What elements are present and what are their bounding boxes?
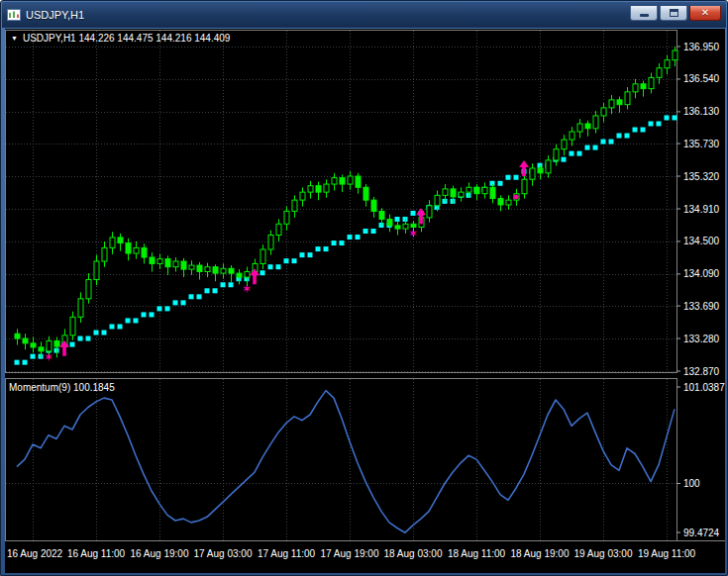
momentum-line: [17, 391, 675, 533]
signal-star-icon: ✶: [408, 227, 418, 240]
momentum-tick-label: 101.0387: [683, 382, 725, 393]
chart-client-area: ✶✶✶136.950136.540136.130135.730135.32013…: [5, 29, 725, 573]
time-tick-label: 16 Aug 11:00: [67, 548, 126, 559]
price-tick-label: 135.730: [683, 139, 720, 149]
momentum-tick-label: 100: [683, 478, 700, 489]
price-tick-label: 133.690: [683, 301, 720, 312]
time-tick-label: 18 Aug 19:00: [511, 548, 570, 559]
time-tick-label: 19 Aug 11:00: [638, 548, 696, 559]
price-tick-label: 132.870: [683, 366, 720, 377]
close-button[interactable]: ✕: [689, 6, 721, 21]
window-controls: ✕: [630, 6, 726, 21]
momentum-tick-label: 99.4724: [683, 528, 720, 538]
time-tick-label: 17 Aug 11:00: [258, 548, 316, 559]
time-tick-label: 16 Aug 19:00: [131, 548, 189, 559]
chart-dropdown-icon[interactable]: ▼: [11, 35, 18, 42]
price-scale[interactable]: 136.950136.540136.130135.730135.320134.9…: [676, 42, 720, 377]
mt4-chart-window: USDJPY,H1 ✕ ✶✶✶136.950136.540136.130135.…: [0, 0, 728, 576]
price-tick-label: 136.130: [683, 106, 720, 117]
chart-window-icon: [7, 9, 21, 21]
chart-canvas[interactable]: ✶✶✶136.950136.540136.130135.730135.32013…: [5, 29, 725, 573]
price-tick-label: 134.910: [683, 204, 720, 215]
close-icon: ✕: [701, 8, 709, 18]
price-tick-label: 134.090: [683, 268, 720, 279]
minimize-icon: [640, 14, 649, 17]
time-scale[interactable]: 16 Aug 202216 Aug 11:0016 Aug 19:0017 Au…: [7, 548, 696, 559]
chart-grid: [6, 31, 676, 540]
momentum-scale[interactable]: 101.038710099.4724: [676, 382, 725, 538]
price-tick-label: 134.500: [683, 236, 720, 246]
time-tick-label: 16 Aug 2022: [7, 548, 63, 559]
window-title: USDJPY,H1: [26, 9, 84, 21]
time-tick-label: 18 Aug 11:00: [448, 548, 506, 559]
panel-borders: [5, 31, 725, 541]
titlebar[interactable]: USDJPY,H1 ✕: [2, 2, 726, 28]
signal-star-icon: ✶: [44, 350, 53, 364]
price-tick-label: 133.280: [683, 334, 720, 344]
time-tick-label: 17 Aug 19:00: [321, 548, 379, 559]
time-tick-label: 19 Aug 03:00: [574, 548, 633, 559]
price-tick-label: 136.540: [683, 73, 720, 84]
time-tick-label: 18 Aug 03:00: [384, 548, 443, 559]
price-tick-label: 135.320: [683, 171, 720, 182]
time-tick-label: 17 Aug 03:00: [194, 548, 253, 559]
restore-icon: [670, 9, 678, 17]
signal-dot-icon: [514, 194, 519, 199]
candlesticks: [15, 47, 677, 357]
restore-button[interactable]: [660, 6, 687, 21]
minimize-button[interactable]: [630, 6, 658, 21]
price-tick-label: 136.950: [683, 42, 720, 52]
signal-star-icon: ✶: [242, 282, 252, 296]
buy-arrow-icon: [519, 160, 529, 176]
